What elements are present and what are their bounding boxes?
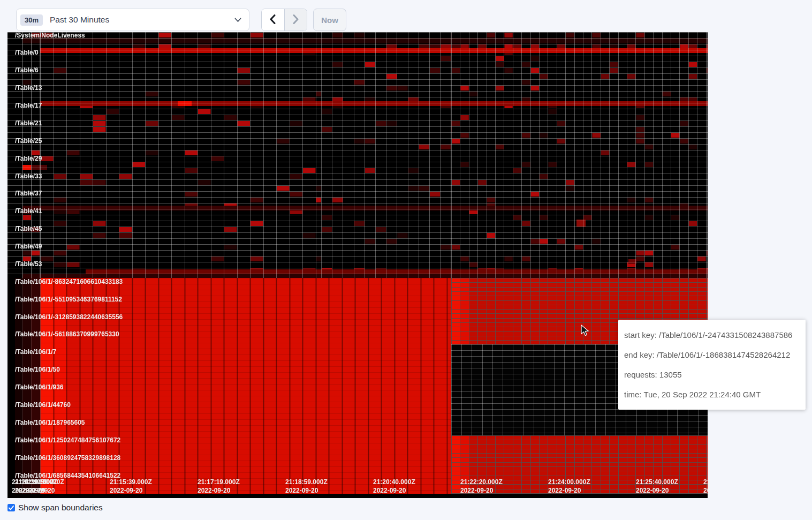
hover-tooltip: start key: /Table/106/1/-247433150824388… (618, 320, 806, 410)
show-span-boundaries-label: Show span boundaries (18, 503, 103, 513)
time-window-dropdown[interactable]: 30m Past 30 Minutes (16, 9, 249, 31)
tooltip-end-key: end key: /Table/106/1/-18683814745282642… (624, 345, 800, 365)
now-button[interactable]: Now (313, 9, 346, 31)
chevron-left-icon (270, 14, 276, 26)
chevron-right-icon (293, 14, 299, 26)
time-nav-group (261, 9, 307, 31)
previous-window-button[interactable] (262, 9, 285, 31)
tooltip-time: time: Tue, 20 Sep 2022 21:24:40 GMT (624, 385, 800, 404)
time-window-label: Past 30 Minutes (50, 15, 109, 25)
key-visualizer-page: 30m Past 30 Minutes Now start key: /Tabl… (0, 0, 812, 520)
checkmark-icon (9, 503, 14, 513)
chevron-down-icon (234, 18, 241, 22)
footer: Show span boundaries (7, 503, 103, 513)
show-span-boundaries-checkbox[interactable] (7, 504, 15, 511)
time-window-badge: 30m (20, 14, 43, 26)
tooltip-requests: requests: 13055 (624, 365, 800, 385)
next-window-button[interactable] (285, 9, 307, 31)
tooltip-start-key: start key: /Table/106/1/-247433150824388… (624, 325, 800, 345)
key-visualizer-heatmap[interactable] (7, 32, 708, 498)
